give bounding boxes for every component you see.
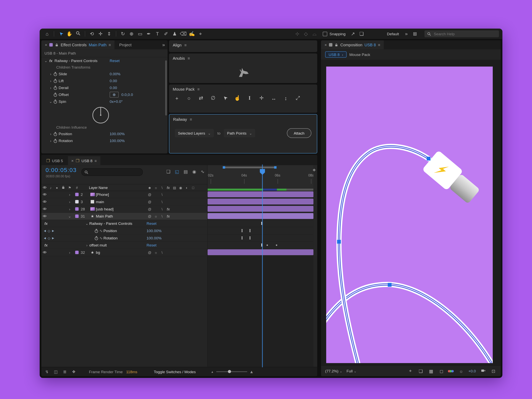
lock-icon[interactable] xyxy=(335,43,338,47)
close-icon[interactable]: × xyxy=(71,158,74,163)
add-keyframe-icon[interactable]: ◇ xyxy=(48,236,50,240)
label-color-swatch[interactable] xyxy=(75,200,79,203)
search-help-box[interactable] xyxy=(424,30,499,37)
effect-name[interactable]: offset mult xyxy=(89,243,107,247)
reset-link[interactable]: Reset xyxy=(147,243,156,247)
grow-bounds-icon[interactable]: ↗ xyxy=(349,29,357,39)
param-value[interactable]: 0.00 xyxy=(110,86,117,90)
graph-editor-icon[interactable]: ∿ xyxy=(201,169,204,174)
circle-icon[interactable]: ○ xyxy=(186,95,192,101)
quality-switch[interactable]: \ xyxy=(159,192,165,196)
region-of-interest-icon[interactable]: ❏ xyxy=(418,368,424,374)
layer-name[interactable]: Main Path xyxy=(96,214,113,218)
layer-bar-selected[interactable] xyxy=(208,213,313,219)
param-row-position[interactable]: › Position 100.00% xyxy=(41,130,168,137)
cursor-icon[interactable]: ➤ xyxy=(222,95,228,101)
pan-behind-tool-icon[interactable]: ⊕ xyxy=(128,29,136,39)
mini-flowchart-icon[interactable]: ❑ xyxy=(166,169,170,174)
stopwatch-icon[interactable] xyxy=(94,236,99,240)
keyframe-marker[interactable]: I xyxy=(249,228,251,234)
layer-bar[interactable] xyxy=(208,191,313,197)
resolution-dropdown[interactable]: Full ⌄ xyxy=(347,369,357,373)
switch-pane-icon[interactable]: ≣ xyxy=(62,369,68,374)
param-row-offset[interactable]: Offset ⊕ 0.0,0.0 xyxy=(41,91,168,98)
quality-switch[interactable]: \ xyxy=(159,207,165,211)
prev-keyframe-icon[interactable]: ◀ xyxy=(44,236,46,240)
stopwatch-icon[interactable] xyxy=(53,71,58,76)
collapse-switch[interactable]: ☼ xyxy=(153,214,159,218)
stopwatch-icon[interactable] xyxy=(53,99,58,104)
pen-tool-icon[interactable]: ✒ xyxy=(145,29,153,39)
rotate-tool-icon[interactable]: ↻ xyxy=(119,29,127,39)
property-value[interactable]: 100.00% xyxy=(147,228,162,233)
effect-row-offset-mult[interactable]: fx › offset mult Reset xyxy=(41,242,207,249)
exposure-value[interactable]: +0.0 xyxy=(468,369,476,373)
panel-menu-icon[interactable]: ≡ xyxy=(184,43,187,47)
flowchart-pane-icon[interactable]: ❖ xyxy=(71,369,77,374)
cable-main[interactable] xyxy=(339,146,429,363)
param-row-spin[interactable]: ⌄ Spin 0x+0.0° xyxy=(41,98,168,105)
param-row-derail[interactable]: › Derail 0.00 xyxy=(41,84,168,91)
comp-breadcrumb-parent[interactable]: Mouse Pack xyxy=(349,52,370,57)
expand-chevron-icon[interactable]: › xyxy=(66,250,73,254)
target-dropdown[interactable]: Path Points ⌄ xyxy=(224,129,255,137)
frame-blending-icon[interactable]: ▤ xyxy=(184,169,188,174)
diagonal-arrow-icon[interactable]: ⤢ xyxy=(295,95,301,101)
property-row-rotation[interactable]: ◀ ◇ ▶ ∿ Rotation 100.00% xyxy=(41,234,207,242)
collapse-switch[interactable]: ☼ xyxy=(153,250,159,254)
timeline-search-box[interactable] xyxy=(81,168,143,176)
layer-name[interactable]: [usb head] xyxy=(96,207,114,211)
current-timecode[interactable]: 0:00:05:03 xyxy=(45,167,77,174)
close-icon[interactable]: × xyxy=(45,42,47,47)
panel-menu-icon[interactable]: ≡ xyxy=(95,159,97,163)
effect-name[interactable]: Railway - Parent Controls xyxy=(89,222,132,226)
comp-breadcrumb-current[interactable]: USB 8 ‹ xyxy=(325,51,347,58)
mask-visibility-icon[interactable]: ◻ xyxy=(438,368,445,374)
panel-menu-icon[interactable]: ≡ xyxy=(197,87,200,91)
snapshot-pane-icon[interactable]: ◫ xyxy=(53,369,59,374)
ibeam-icon[interactable]: I xyxy=(247,95,253,101)
expand-chevron-icon[interactable]: › xyxy=(48,132,53,136)
selection-tool-icon[interactable]: ➤ xyxy=(57,29,65,39)
layer-row-usb-head[interactable]: › 28 [usb head] @\fx xyxy=(41,205,207,213)
fx-switch[interactable]: fx xyxy=(165,214,171,218)
exposure-icon[interactable]: ☼ xyxy=(458,368,464,374)
collapse-chevron-icon[interactable]: ⌄ xyxy=(84,221,89,226)
path-point[interactable] xyxy=(427,157,431,160)
quality-switch[interactable]: \ xyxy=(159,214,165,218)
attach-button[interactable]: Attach xyxy=(287,128,311,138)
expand-chevron-icon[interactable]: › xyxy=(48,79,53,83)
parent-pickwhip-icon[interactable]: @ xyxy=(147,214,153,218)
more-panels-icon[interactable]: » xyxy=(160,40,167,50)
eraser-tool-icon[interactable]: ⌫ xyxy=(179,29,187,39)
rotation-dial[interactable] xyxy=(92,107,109,124)
composition-tab[interactable]: × Composition USB 8 ≡ xyxy=(321,40,384,50)
param-value[interactable]: 100.00% xyxy=(110,139,125,143)
expand-chevron-icon[interactable]: › xyxy=(48,139,53,143)
expand-chevron-icon[interactable]: › xyxy=(66,200,73,204)
keyframe-dot[interactable] xyxy=(266,245,268,246)
path-point[interactable] xyxy=(337,240,341,244)
label-color-swatch[interactable] xyxy=(75,215,79,218)
effect-row-railway[interactable]: fx ⌄ Railway - Parent Controls Reset xyxy=(41,220,207,227)
shape-tool-icon[interactable]: ▭ xyxy=(136,29,144,39)
path-point[interactable] xyxy=(388,283,392,287)
label-color-swatch[interactable] xyxy=(75,251,79,254)
brush-tool-icon[interactable]: ✐ xyxy=(162,29,170,39)
hand-tool-icon[interactable]: ✋ xyxy=(66,29,74,39)
motion-blur-icon[interactable]: ◉ xyxy=(192,169,196,174)
region-of-interest-icon[interactable]: ❏ xyxy=(358,29,366,39)
hide-icon[interactable]: ∅ xyxy=(210,95,216,101)
expand-chevron-icon[interactable]: › xyxy=(48,86,53,90)
next-keyframe-icon[interactable]: ▶ xyxy=(52,236,54,240)
parent-pickwhip-icon[interactable]: @ xyxy=(147,250,153,254)
roto-brush-tool-icon[interactable]: ✍ xyxy=(188,29,196,39)
parent-pickwhip-icon[interactable]: @ xyxy=(147,192,153,196)
zoom-tool-icon[interactable] xyxy=(74,29,82,39)
eye-icon[interactable] xyxy=(41,199,48,204)
orbit-camera-tool-icon[interactable]: ⟲ xyxy=(88,29,96,39)
layer-name[interactable]: main xyxy=(96,200,104,204)
horizontal-arrow-icon[interactable]: ↔ xyxy=(271,95,277,101)
zoom-slider-knob[interactable] xyxy=(228,370,231,373)
project-tab[interactable]: Project xyxy=(114,43,137,47)
